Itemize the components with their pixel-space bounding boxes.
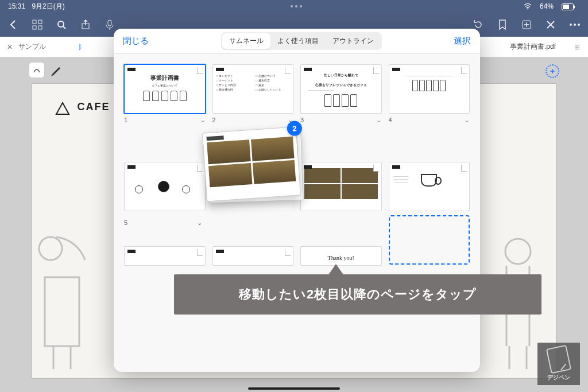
thumbnail-page-1[interactable]: 事業計画書 カフェ事業について	[124, 64, 206, 114]
new-tab-icon[interactable]: ⊞	[574, 43, 580, 51]
tablet-icon	[546, 344, 571, 374]
thumbnail-page-5[interactable]	[124, 162, 206, 211]
mic-icon[interactable]	[103, 18, 116, 31]
status-date: 9月2日(月)	[32, 2, 64, 10]
home-indicator[interactable]	[248, 387, 340, 390]
thumbnail-page-4[interactable]: ──────────────────────	[389, 64, 470, 114]
modal-select-button[interactable]: 選択	[454, 36, 471, 46]
seg-thumbnails[interactable]: サムネール	[222, 33, 270, 49]
page-num-5: 5	[124, 219, 127, 227]
search-icon[interactable]	[55, 18, 68, 31]
thumbnail-page-2[interactable]: コンセプト 店舗について ターゲット 賃金収支 サービス内容 資金 競合優位性 …	[212, 64, 294, 114]
thumbnail-page-7[interactable]	[300, 162, 382, 211]
thumbnail-page-11[interactable]: Thank you!	[300, 246, 382, 266]
share-icon[interactable]	[79, 18, 92, 31]
chevron-down-icon[interactable]: ⌄	[464, 116, 470, 124]
page-num-2: 2	[212, 117, 216, 123]
svg-rect-11	[108, 20, 111, 26]
thumbnail-page-10[interactable]	[212, 246, 294, 266]
battery-icon	[562, 2, 575, 10]
seg-outline[interactable]: アウトライン	[326, 33, 381, 49]
svg-rect-5	[38, 20, 42, 24]
tab-left[interactable]: サンプル	[18, 42, 46, 52]
bg-illustration-left	[33, 226, 108, 375]
svg-point-16	[505, 239, 531, 264]
close-icon[interactable]	[544, 18, 557, 31]
battery-percent: 64%	[540, 2, 554, 10]
thumb1-sub: カフェ事業について	[128, 84, 202, 87]
svg-rect-6	[33, 26, 36, 29]
modal-close-button[interactable]: 閉じる	[123, 36, 149, 46]
svg-point-15	[578, 24, 580, 26]
add-page-icon[interactable]	[520, 18, 533, 31]
thumbnail-page-9[interactable]	[124, 246, 206, 266]
svg-point-8	[58, 21, 64, 27]
watermark-logo: デジペン	[537, 343, 580, 385]
page-num-4: 4	[389, 117, 392, 123]
seg-favorites[interactable]: よく使う項目	[270, 33, 326, 49]
dragging-thumbnails[interactable]: 2	[202, 126, 301, 201]
thumbnail-page-3[interactable]: 忙しい日常から離れて 心身をリフレッシュできるカフェ ─────────────…	[300, 64, 382, 114]
page-num-1: 1	[124, 117, 127, 123]
thumbnail-panel: 閉じる サムネール よく使う項目 アウトライン 選択 事業計画書 カフェ事業につ…	[114, 29, 480, 372]
chevron-down-icon[interactable]: ⌄	[200, 116, 206, 124]
logo-text: CAFE	[77, 101, 110, 113]
svg-line-9	[63, 26, 65, 29]
svg-rect-7	[38, 26, 42, 29]
tab-right[interactable]: 事業計画書.pdf	[510, 42, 556, 52]
grid-icon[interactable]	[31, 18, 44, 31]
svg-point-0	[527, 9, 528, 10]
svg-point-14	[574, 24, 576, 26]
close-tab-icon[interactable]: ✕	[7, 43, 13, 51]
wifi-icon	[524, 2, 532, 10]
chevron-down-icon[interactable]: ⌄	[197, 219, 202, 227]
segmented-control: サムネール よく使う項目 アウトライン	[221, 32, 382, 50]
instruction-callout: 移動したい2枚目以降のページをタップ	[174, 274, 541, 315]
multitask-dots[interactable]	[291, 5, 302, 7]
tool-shape-icon[interactable]	[29, 62, 45, 78]
bookmark-icon[interactable]	[496, 18, 509, 31]
more-icon[interactable]	[568, 18, 581, 31]
chevron-down-icon[interactable]: ⌄	[376, 116, 382, 124]
thumbnail-page-8[interactable]: ───────────────────────────	[389, 162, 470, 211]
svg-rect-4	[33, 20, 36, 24]
pen-tool-icon[interactable]	[48, 62, 64, 78]
thumb1-title: 事業計画書	[128, 74, 202, 82]
page-num-3: 3	[300, 117, 304, 123]
add-element-button[interactable]: +	[546, 64, 559, 78]
logo-triangle-icon	[55, 101, 70, 116]
svg-point-13	[570, 24, 572, 26]
status-time: 15:31	[8, 2, 25, 10]
svg-rect-2	[563, 5, 569, 9]
svg-rect-3	[574, 5, 575, 8]
bluetooth-icon: ᛒ	[78, 43, 82, 51]
drop-target-placeholder[interactable]	[389, 215, 470, 265]
back-icon[interactable]	[7, 18, 20, 31]
coffee-cup-icon	[421, 174, 437, 187]
sub-toolbar	[29, 62, 64, 78]
status-bar: 15:31 9月2日(月) 64%	[0, 0, 588, 13]
